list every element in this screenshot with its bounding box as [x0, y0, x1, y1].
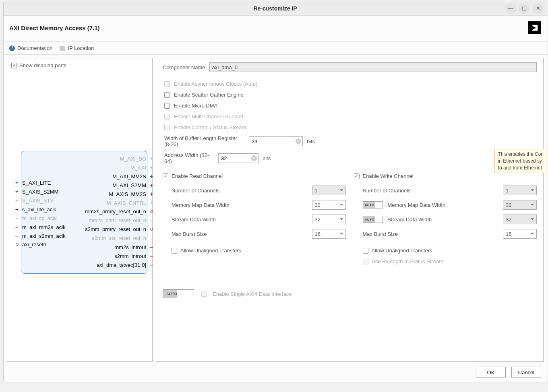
read-num-channels-select[interactable]: 1 — [312, 186, 346, 195]
read-channel-group: Enable Read Channel Number of Channels1 … — [163, 173, 346, 269]
tooltip: This enables the Con in Ethernet based s… — [494, 149, 547, 173]
auto-badge[interactable]: AUTO — [363, 201, 383, 208]
auto-badge[interactable]: AUTO — [363, 216, 383, 223]
write-burst-size-select[interactable]: 16 — [503, 229, 537, 239]
clear-icon[interactable]: ✕ — [296, 138, 301, 144]
enable-write-channel-checkbox[interactable] — [354, 173, 360, 179]
port-s2mm-prmry-reset: s2mm_prmry_reset_out_n — [83, 226, 155, 232]
port-m-axi-sg-aclk: –m_axi_sg_aclk — [13, 215, 58, 221]
maximize-button[interactable]: ▢ — [519, 3, 530, 14]
read-stream-width-select[interactable]: 32 — [312, 215, 346, 224]
port-s2mm-sts-reset: s2mm_sts_reset_out_n — [90, 235, 155, 241]
enable-multi-channel-checkbox — [164, 114, 170, 120]
show-disabled-ports-checkbox[interactable] — [11, 63, 17, 68]
port-s-axi-lite: +S_AXI_LITE — [13, 179, 53, 186]
port-axi-dma-tstvec: –axi_dma_tstvec[31:0] — [95, 262, 155, 268]
minimize-button[interactable]: — — [505, 3, 516, 14]
read-mm-width-select[interactable]: 32 — [312, 200, 346, 210]
ok-button[interactable]: OK — [476, 367, 506, 378]
port-m-axi-s2mm: +M_AXI_S2MM — [111, 182, 155, 188]
block-diagram-pane: Show disabled ports +S_AXI_LITE +S_AXIS_… — [7, 58, 153, 362]
buffer-width-label: Width of Buffer Length Register (8-26) — [164, 135, 245, 147]
port-mm2s-introut: –mm2s_introut — [113, 244, 155, 250]
enable-micro-dma-checkbox[interactable] — [164, 103, 170, 109]
port-m-axi: +M_AXI — [129, 164, 155, 171]
write-rxlength-checkbox — [363, 259, 368, 264]
cancel-button[interactable]: Cancel — [511, 367, 541, 378]
buffer-width-input[interactable] — [249, 136, 303, 146]
folder-icon — [60, 46, 65, 51]
write-mm-width-select[interactable]: 32 — [503, 200, 537, 210]
port-m-axi-mm2s-aclk: –m_axi_mm2s_aclk — [13, 224, 67, 230]
documentation-link[interactable]: i Documentation — [9, 45, 52, 51]
enable-control-status-checkbox — [164, 125, 170, 130]
titlebar: Re-customize IP — ▢ ✕ — [4, 1, 547, 16]
ip-location-link[interactable]: IP Location — [60, 45, 94, 51]
read-unaligned-checkbox[interactable] — [172, 248, 177, 254]
port-mm2s-prmry-reset: mm2s_prmry_reset_out_n — [83, 208, 155, 215]
port-m-axi-sg: +M_AXI_SG — [118, 155, 155, 162]
port-axi-resetn: axi_resetn — [13, 241, 48, 248]
port-s-axis-sts: +S_AXIS_STS — [13, 197, 55, 204]
read-burst-size-select[interactable]: 16 — [312, 229, 346, 239]
port-s-axi-lite-aclk: –s_axi_lite_aclk — [13, 206, 58, 213]
auto-badge[interactable]: AUTO — [163, 289, 194, 298]
port-m-axi-mm2s: +M_AXI_MM2S — [111, 173, 155, 179]
single-axi4-checkbox — [201, 291, 207, 297]
port-s-axis-s2mm: +S_AXIS_S2MM — [13, 188, 60, 195]
enable-read-channel-checkbox[interactable] — [163, 173, 168, 179]
write-num-channels-select[interactable]: 1 — [503, 186, 537, 195]
amd-logo — [528, 21, 541, 34]
close-button[interactable]: ✕ — [532, 3, 544, 14]
enable-scatter-gather-checkbox[interactable] — [164, 92, 170, 98]
component-name-input[interactable] — [209, 62, 537, 72]
write-channel-group: Enable Write Channel Number of Channels1… — [354, 173, 537, 269]
ip-title: AXI Direct Memory Access (7.1) — [9, 25, 100, 31]
port-s2mm-introut: –s2mm_introut — [113, 253, 155, 259]
info-icon: i — [9, 45, 15, 51]
window-title: Re-customize IP — [253, 5, 297, 12]
clear-icon[interactable]: ✕ — [251, 155, 257, 161]
port-mm2s-cntrl-reset: mm2s_cntrl_reset_out_n — [87, 217, 155, 223]
component-name-label: Component Name — [163, 64, 205, 70]
write-stream-width-select[interactable]: 32 — [503, 215, 537, 224]
write-unaligned-checkbox[interactable] — [363, 248, 368, 254]
port-m-axis-cntrl: +M_AXIS_CNTRL — [105, 200, 155, 206]
port-m-axi-s2mm-aclk: –m_axi_s2mm_aclk — [13, 233, 67, 239]
enable-async-clocks-checkbox — [164, 81, 170, 87]
configuration-pane: Component Name Enable Asynchronous Clock… — [156, 58, 544, 362]
ip-block: +S_AXI_LITE +S_AXIS_S2MM +S_AXIS_STS –s_… — [21, 151, 147, 274]
port-m-axis-mm2s: +M_AXIS_MM2S — [108, 191, 155, 197]
show-disabled-ports-label: Show disabled ports — [19, 62, 66, 68]
address-width-label: Address Width (32-64) — [164, 152, 214, 164]
